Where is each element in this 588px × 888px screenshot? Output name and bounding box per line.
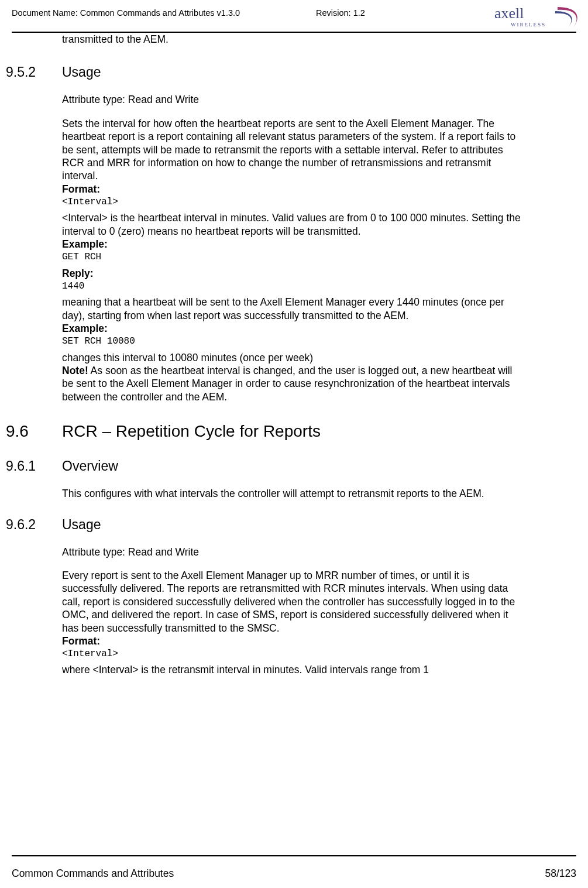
heading-number: 9.6 bbox=[6, 422, 62, 441]
logo-swirl-icon bbox=[555, 7, 577, 28]
heading-number: 9.6.1 bbox=[6, 458, 62, 474]
footer-page-number: 58/123 bbox=[545, 868, 576, 880]
heading-number: 9.6.2 bbox=[6, 517, 62, 533]
axell-wireless-logo: axell WIRELESS bbox=[494, 4, 582, 30]
example-label: Example: bbox=[62, 322, 525, 335]
paragraph: Every report is sent to the Axell Elemen… bbox=[62, 569, 525, 635]
heading-title: Overview bbox=[62, 458, 118, 474]
paragraph: This configures with what intervals the … bbox=[62, 487, 525, 500]
paragraph: changes this interval to 10080 minutes (… bbox=[62, 351, 525, 364]
note-label: Note! bbox=[62, 365, 88, 376]
attribute-type: Attribute type: Read and Write bbox=[62, 93, 525, 106]
footer-title: Common Commands and Attributes bbox=[12, 868, 174, 880]
revision: Revision: 1.2 bbox=[316, 8, 365, 18]
example-label: Example: bbox=[62, 238, 525, 251]
logo-brand-text: axell bbox=[494, 5, 524, 22]
heading-title: Usage bbox=[62, 64, 101, 80]
document-name: Document Name: Common Commands and Attri… bbox=[12, 8, 240, 18]
heading-9-6: 9.6 RCR – Repetition Cycle for Reports bbox=[6, 422, 525, 441]
paragraph: meaning that a heartbeat will be sent to… bbox=[62, 296, 525, 322]
heading-9-6-2: 9.6.2 Usage bbox=[6, 517, 525, 533]
format-label: Format: bbox=[62, 183, 525, 196]
footer-rule bbox=[12, 855, 576, 856]
code-example: GET RCH bbox=[62, 252, 525, 263]
logo-sub-text: WIRELESS bbox=[511, 22, 546, 28]
format-label: Format: bbox=[62, 635, 525, 647]
heading-title: Usage bbox=[62, 517, 101, 533]
code-example: SET RCH 10080 bbox=[62, 336, 525, 347]
paragraph: <Interval> is the heartbeat interval in … bbox=[62, 211, 525, 238]
paragraph: Sets the interval for how often the hear… bbox=[62, 117, 525, 183]
heading-number: 9.5.2 bbox=[6, 64, 62, 80]
note-paragraph: Note! As soon as the heartbeat interval … bbox=[62, 364, 525, 403]
paragraph: where <Interval> is the retransmit inter… bbox=[62, 663, 525, 676]
reply-label: Reply: bbox=[62, 267, 525, 280]
code-format: <Interval> bbox=[62, 649, 525, 660]
heading-9-6-1: 9.6.1 Overview bbox=[6, 458, 525, 474]
note-text: As soon as the heartbeat interval is cha… bbox=[62, 365, 513, 403]
heading-9-5-2: 9.5.2 Usage bbox=[6, 64, 525, 80]
heading-title: RCR – Repetition Cycle for Reports bbox=[62, 422, 321, 441]
page-content: transmitted to the AEM. 9.5.2 Usage Attr… bbox=[62, 33, 525, 687]
continued-paragraph: transmitted to the AEM. bbox=[62, 33, 525, 46]
code-reply: 1440 bbox=[62, 281, 525, 292]
attribute-type: Attribute type: Read and Write bbox=[62, 546, 525, 558]
code-format: <Interval> bbox=[62, 197, 525, 208]
